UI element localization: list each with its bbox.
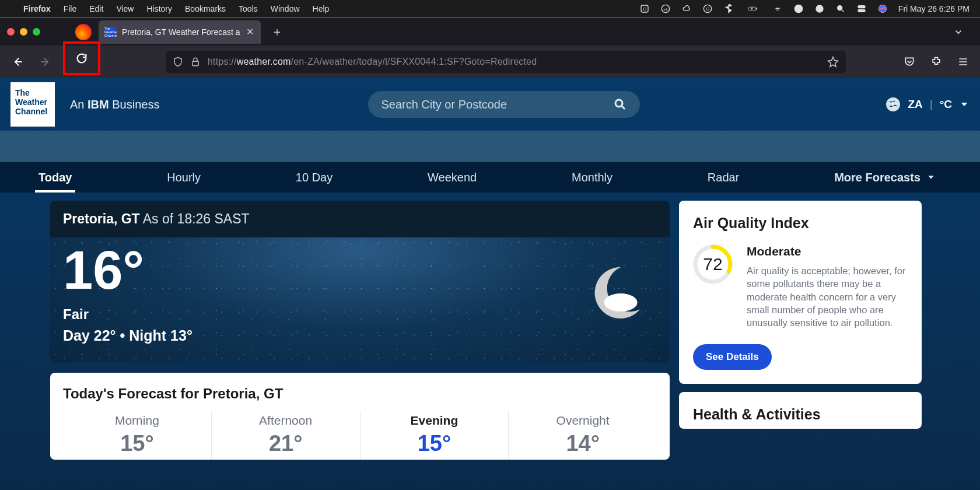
back-button[interactable] [7, 51, 28, 72]
svg-point-9 [797, 6, 800, 9]
firefox-tabstrip: TheWeatherChannel Pretoria, GT Weather F… [0, 18, 980, 46]
firefox-toolbar: https://weather.com/en-ZA/weather/today/… [0, 46, 980, 78]
new-tab-button[interactable]: ＋ [271, 24, 283, 40]
search-box[interactable]: Search City or Postcode [368, 91, 640, 118]
nav-monthly[interactable]: Monthly [568, 164, 616, 191]
shield-icon[interactable] [173, 57, 183, 67]
hero-day-night: Day 22° • Night 13° [63, 327, 657, 344]
bluetooth-icon[interactable] [723, 4, 734, 14]
svg-text:C: C [643, 6, 646, 12]
globe-icon [886, 97, 901, 112]
nav-today[interactable]: Today [35, 164, 75, 191]
svg-point-14 [859, 6, 861, 8]
control-center-icon[interactable] [856, 4, 867, 14]
aqi-description: Air quality is acceptable; however, for … [747, 264, 908, 329]
region-divider: | [930, 98, 933, 111]
menu-bookmarks[interactable]: Bookmarks [185, 4, 226, 13]
aqi-gauge: 72 [693, 244, 733, 284]
hero-asof: As of 18:26 SAST [143, 211, 250, 226]
forecast-title: Today's Forecast for Pretoria, GT [63, 386, 657, 402]
tab-overflow-button[interactable] [953, 27, 964, 37]
window-minimize[interactable] [20, 28, 27, 36]
nav-weekend[interactable]: Weekend [424, 164, 480, 191]
svg-rect-7 [756, 8, 757, 10]
search-placeholder: Search City or Postcode [381, 98, 507, 111]
window-close[interactable] [7, 28, 15, 36]
chevron-down-icon [926, 173, 936, 182]
window-zoom[interactable] [33, 28, 40, 36]
menu-help[interactable]: Help [313, 4, 330, 13]
unit-label: °C [940, 98, 952, 111]
twc-logo-line: Channel [15, 107, 50, 116]
battery-icon[interactable] [744, 4, 762, 14]
site-nav: Today Hourly 10 Day Weekend Monthly Rada… [0, 162, 980, 192]
reload-button[interactable] [71, 48, 92, 69]
nav-hourly[interactable]: Hourly [163, 164, 204, 191]
forecast-cell-overnight[interactable]: Overnight 14° [508, 411, 657, 460]
hero-condition: Fair [63, 306, 657, 323]
tab-close-icon[interactable]: ✕ [246, 26, 254, 37]
status-bracket-c-icon[interactable]: C [639, 4, 650, 14]
time-machine-icon[interactable] [814, 4, 825, 14]
bookmark-star-icon[interactable] [827, 56, 839, 68]
forecast-label: Morning [63, 414, 211, 428]
pocket-icon[interactable] [900, 52, 919, 72]
forecast-temp: 15° [360, 431, 509, 456]
ibm-tagline: An IBM Business [70, 98, 159, 111]
aqi-value: 72 [693, 244, 733, 284]
search-icon[interactable] [613, 97, 627, 111]
wifi-off-icon[interactable] [772, 4, 783, 14]
site-header: The Weather Channel An IBM Business Sear… [0, 78, 980, 131]
menu-tools[interactable]: Tools [239, 4, 258, 13]
aqi-title: Air Quality Index [693, 215, 908, 232]
status-mk-icon[interactable]: mk [660, 4, 671, 14]
night-partly-cloudy-icon [582, 261, 646, 325]
svg-rect-17 [192, 61, 199, 66]
menu-edit[interactable]: Edit [89, 4, 103, 13]
user-icon[interactable] [793, 4, 804, 14]
nav-more-forecasts[interactable]: More Forecasts [831, 164, 939, 191]
url-bar[interactable]: https://weather.com/en-ZA/weather/today/… [166, 51, 846, 73]
menubar-app[interactable]: Firefox [23, 4, 51, 13]
health-activities-card: Health & Activities [679, 392, 922, 429]
forecast-cell-evening[interactable]: Evening 15° [360, 411, 509, 460]
today-forecast-card: Today's Forecast for Pretoria, GT Mornin… [50, 373, 670, 460]
aqi-details-button[interactable]: See Details [693, 344, 772, 370]
forecast-cell-afternoon[interactable]: Afternoon 21° [211, 411, 360, 460]
grammarly-icon[interactable]: G [702, 4, 713, 14]
window-controls [7, 28, 40, 36]
menu-window[interactable]: Window [271, 4, 300, 13]
extensions-icon[interactable] [926, 52, 946, 72]
hero-temp: 16° [63, 243, 657, 297]
menu-file[interactable]: File [64, 4, 77, 13]
forecast-label: Overnight [509, 414, 657, 428]
svg-text:G: G [706, 6, 709, 12]
mac-menubar: Firefox File Edit View History Bookmarks… [0, 0, 980, 18]
nav-more-label: More Forecasts [834, 171, 921, 184]
creative-cloud-icon[interactable] [681, 4, 692, 14]
app-menu-icon[interactable] [953, 52, 973, 72]
nav-radar[interactable]: Radar [704, 164, 743, 191]
nav-10day[interactable]: 10 Day [292, 164, 336, 191]
content: Pretoria, GT As of 18:26 SAST 16° Fair D… [0, 192, 980, 460]
siri-icon[interactable] [877, 4, 888, 14]
forecast-temp: 14° [509, 431, 657, 456]
tab-title: Pretoria, GT Weather Forecast a [122, 27, 240, 37]
browser-tab[interactable]: TheWeatherChannel Pretoria, GT Weather F… [99, 20, 261, 44]
twc-logo-line: The [15, 88, 50, 97]
menubar-datetime[interactable]: Fri May 26 6:26 PM [898, 4, 970, 13]
twc-logo[interactable]: The Weather Channel [10, 82, 55, 127]
menu-history[interactable]: History [146, 4, 172, 13]
site-body: The Weather Channel An IBM Business Sear… [0, 78, 980, 490]
forecast-label: Evening [360, 414, 509, 428]
lock-icon[interactable] [190, 57, 201, 67]
spotlight-icon[interactable] [835, 4, 846, 14]
forecast-cell-morning[interactable]: Morning 15° [63, 411, 211, 460]
svg-text:mk: mk [663, 8, 667, 11]
url-text: https://weather.com/en-ZA/weather/today/… [208, 57, 537, 67]
tab-favicon-icon: TheWeatherChannel [106, 27, 116, 37]
svg-point-15 [862, 10, 864, 12]
firefox-badge-icon [75, 24, 92, 40]
menu-view[interactable]: View [116, 4, 134, 13]
region-selector[interactable]: ZA | °C [886, 97, 970, 112]
